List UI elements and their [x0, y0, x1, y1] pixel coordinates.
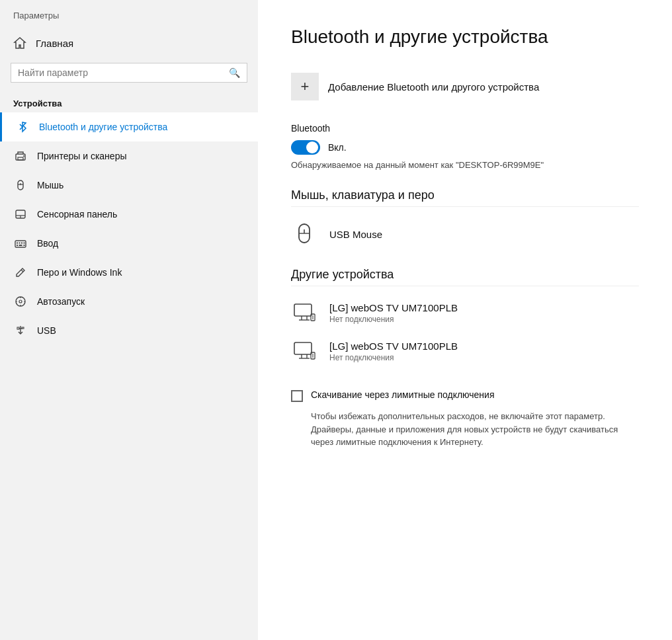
- search-input[interactable]: [18, 67, 226, 78]
- mouse-device-icon: [291, 221, 317, 247]
- sidebar-item-input[interactable]: Ввод: [0, 229, 258, 258]
- sidebar-item-autorun[interactable]: Автозапуск: [0, 287, 258, 316]
- mouse-device-item[interactable]: USB Mouse: [291, 216, 639, 252]
- sidebar-item-usb-label: USB: [37, 325, 56, 336]
- svg-rect-12: [21, 243, 22, 244]
- app-title: Параметры: [0, 0, 258, 28]
- home-icon: [13, 36, 26, 50]
- bluetooth-icon: [15, 120, 30, 134]
- sidebar-item-pen[interactable]: Перо и Windows Ink: [0, 258, 258, 287]
- sidebar-item-printers-label: Принтеры и сканеры: [37, 151, 126, 161]
- other-device-info-0: [LG] webOS TV UM7100PLB Нет подключения: [329, 302, 458, 324]
- home-label: Главная: [36, 38, 73, 49]
- svg-point-2: [23, 155, 24, 157]
- devices-section-label: Устройства: [0, 95, 258, 112]
- mouse-section-heading: Мышь, клавиатура и перо: [291, 188, 639, 207]
- input-icon: [13, 237, 28, 250]
- other-device-status-0: Нет подключения: [329, 315, 458, 324]
- toggle-on-label: Вкл.: [328, 142, 347, 153]
- metered-checkbox-row: Скачивание через лимитные подключения: [291, 389, 639, 402]
- svg-rect-30: [294, 342, 312, 354]
- sidebar-home-button[interactable]: Главная: [0, 28, 258, 58]
- sidebar-item-input-label: Ввод: [37, 238, 58, 249]
- other-device-item-0[interactable]: [LG] webOS TV UM7100PLB Нет подключения: [291, 296, 639, 330]
- discovery-text: Обнаруживаемое на данный момент как "DES…: [291, 160, 639, 170]
- svg-rect-16: [24, 245, 25, 246]
- search-box[interactable]: 🔍: [11, 63, 247, 83]
- usb-icon: [13, 324, 28, 337]
- search-icon: 🔍: [229, 67, 240, 78]
- sidebar-item-touchpad-label: Сенсорная панель: [37, 209, 117, 220]
- sidebar-item-bluetooth[interactable]: Bluetooth и другие устройства: [0, 112, 258, 141]
- add-plus-icon: +: [291, 73, 319, 100]
- autorun-icon: [13, 295, 28, 308]
- toggle-knob: [306, 141, 318, 153]
- sidebar-item-pen-label: Перо и Windows Ink: [37, 267, 122, 278]
- other-device-info-1: [LG] webOS TV UM7100PLB Нет подключения: [329, 340, 458, 362]
- mouse-device-name: USB Mouse: [329, 229, 382, 240]
- mouse-device-info: USB Mouse: [329, 229, 382, 240]
- tv-device-icon-1: [291, 339, 317, 363]
- add-device-button[interactable]: + Добавление Bluetooth или другого устро…: [291, 66, 639, 107]
- touchpad-icon: [13, 208, 28, 221]
- tv-device-icon-0: [291, 301, 317, 325]
- sidebar-item-mouse[interactable]: Мышь: [0, 171, 258, 200]
- svg-rect-15: [19, 245, 22, 246]
- bluetooth-label: Bluetooth: [291, 123, 639, 134]
- bluetooth-toggle-row: Вкл.: [291, 140, 639, 155]
- other-device-item-1[interactable]: [LG] webOS TV UM7100PLB Нет подключения: [291, 334, 639, 368]
- other-device-name-1: [LG] webOS TV UM7100PLB: [329, 340, 458, 352]
- mouse-icon: [13, 179, 28, 192]
- sidebar-item-touchpad[interactable]: Сенсорная панель: [0, 200, 258, 229]
- printer-icon: [13, 149, 28, 163]
- svg-rect-13: [24, 243, 25, 244]
- metered-checkbox[interactable]: [291, 390, 303, 402]
- svg-rect-9: [15, 241, 26, 247]
- sidebar-item-printers[interactable]: Принтеры и сканеры: [0, 141, 258, 171]
- main-content: Bluetooth и другие устройства + Добавлен…: [258, 0, 672, 640]
- sidebar-item-autorun-label: Автозапуск: [37, 296, 85, 307]
- metered-checkbox-label: Скачивание через лимитные подключения: [311, 389, 494, 400]
- sidebar-item-bluetooth-label: Bluetooth и другие устройства: [39, 122, 167, 132]
- svg-rect-10: [17, 243, 18, 244]
- sidebar: Параметры Главная 🔍 Устройства Bluetooth…: [0, 0, 258, 640]
- metered-desc: Чтобы избежать дополнительных расходов, …: [311, 410, 639, 449]
- other-device-name-0: [LG] webOS TV UM7100PLB: [329, 302, 458, 313]
- other-devices-heading: Другие устройства: [291, 268, 639, 286]
- svg-point-18: [19, 300, 22, 303]
- bluetooth-toggle[interactable]: [291, 140, 320, 155]
- sidebar-item-mouse-label: Мышь: [37, 180, 63, 190]
- bluetooth-section: Bluetooth Вкл. Обнаруживаемое на данный …: [291, 123, 639, 170]
- pen-icon: [13, 266, 28, 279]
- svg-rect-11: [19, 243, 21, 244]
- svg-point-17: [16, 297, 25, 306]
- svg-rect-24: [294, 304, 312, 316]
- svg-rect-14: [17, 245, 18, 246]
- svg-rect-19: [17, 327, 19, 329]
- add-device-label: Добавление Bluetooth или другого устройс…: [328, 81, 539, 93]
- page-title: Bluetooth и другие устройства: [291, 26, 639, 48]
- sidebar-item-usb[interactable]: USB: [0, 316, 258, 345]
- svg-rect-20: [22, 327, 24, 329]
- other-device-status-1: Нет подключения: [329, 353, 458, 362]
